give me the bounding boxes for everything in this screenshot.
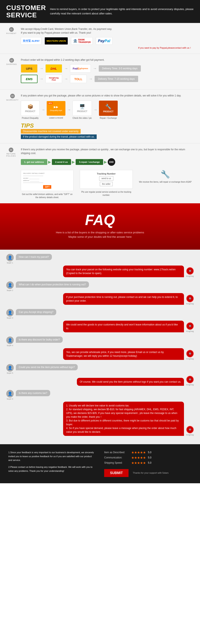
chat-item-2: 👤 buyer 2 What can I do when purchase pr…	[6, 282, 194, 305]
chat-section: 👤 buyer 1 How can I track my parcel? You…	[0, 250, 200, 444]
delivery-box2: Delivery Time: 7-15 working days	[95, 76, 138, 82]
feedback-section: 1.Since your feedback is very important …	[0, 444, 200, 483]
submit-button[interactable]: SUBMIT	[104, 469, 128, 477]
chat-item-5: 👤 buyer 5 Could you send me the item pic…	[6, 364, 194, 386]
section-number-return: 04 RETURNPOLICES	[6, 148, 16, 157]
chat-item-3: 👤 buyer 3 Can you Accept drop shipping? …	[6, 309, 194, 332]
warranty-step-4: 🔧 PRODUCT Repair / Exchange	[99, 100, 118, 119]
kingdiag-label-2: KingDiag	[186, 303, 194, 305]
header-section: CUSTOMER SERVICE Here to remind buyers, …	[0, 0, 200, 23]
return-step-1: 1. get our address	[21, 159, 47, 165]
return-step-end: END	[108, 158, 115, 166]
arrow-right3: →	[93, 66, 97, 71]
arrow-right2: →	[64, 66, 68, 71]
payment-text: We accept Alipay,Credit Card, Western Un…	[21, 27, 192, 35]
rating-row-3: Shipping Speed: ★★★★★ 5.0	[104, 461, 192, 465]
fedex-logo: FedExExpress	[70, 64, 91, 73]
western-union-logo: WESTERN UNION	[45, 37, 68, 45]
payment-logos: 支付宝 ALIPAY WESTERN UNION 🏦 BANKTRANSFER …	[21, 37, 192, 45]
kingdiag-avatar-1: ⚙️	[186, 267, 194, 275]
answer-3: We could send the goods to your customer…	[63, 321, 184, 332]
kingdiag-label-4: KingDiag	[186, 358, 194, 360]
buyer3-avatar: 👤	[6, 309, 14, 316]
gift-badge: GIFT	[43, 185, 51, 189]
buyer4-avatar: 👤	[6, 336, 14, 344]
tools-icon: 🔧	[139, 170, 192, 179]
rating-stars-1: ★★★★★	[131, 450, 146, 454]
return-section: 04 RETURNPOLICES If there's any problem …	[0, 144, 200, 203]
buyer5-avatar: 👤	[6, 364, 14, 372]
shipping-section: 02 SHIPPING Product order will be shippe…	[0, 54, 200, 90]
kingdiag-avatar-6: ⚙️	[186, 426, 194, 433]
arrow-right5: →	[64, 77, 68, 81]
toll-logo: TOLL	[70, 75, 87, 83]
tips-items: Disassemble machine not covered under wa…	[21, 129, 192, 139]
return-details: DELIVERY DETAILS SHEET ─────────────────…	[21, 170, 192, 199]
header-title: CUSTOMER SERVICE	[6, 4, 44, 19]
section-number-warranty: 03 WARRANTY	[6, 94, 18, 101]
section-number-shipping: 02 SHIPPING	[6, 58, 17, 65]
seller-box: the seller	[100, 182, 113, 186]
rating-label-3: Shipping Speed:	[104, 461, 129, 464]
payment-section: 01 PAYMENT We accept Alipay,Credit Card,…	[0, 23, 200, 54]
warranty-step-3: 🖥️ PRODUCT Check the video / pic	[73, 100, 92, 119]
rating-stars-2: ★★★★★	[131, 456, 146, 460]
buyer4-label: buyer 4	[7, 344, 13, 346]
question-3: Can you Accept drop shipping?	[16, 309, 56, 315]
kingdiag-avatar-2: ⚙️	[186, 295, 194, 302]
return-text: If there's any problem when you receive …	[21, 148, 192, 155]
paypal-logo: PayPal	[96, 37, 112, 45]
ups-logo: UPS	[21, 64, 37, 73]
tips-item-1: Disassemble machine not covered under wa…	[21, 129, 81, 134]
warranty-section: 03 WARRANTY If any problem when you got …	[0, 90, 200, 144]
return-col-2: Tracking Number send to us the seller Pl…	[80, 170, 132, 197]
delivery-box1: Delivery Time: 3-5 working days	[99, 65, 141, 72]
faq-subtitle-1: Here is a list of the buyers in the shop…	[4, 230, 196, 235]
warranty-steps: 📦 PRODUCT Product Disquality → MP4 ▶▶ Di…	[21, 100, 192, 119]
send-to-us-box: send to us	[99, 176, 113, 180]
return-col-1: DELIVERY DETAILS SHEET ─────────────────…	[21, 170, 74, 199]
kingdiag-avatar-3: ⚙️	[186, 322, 194, 330]
feedback-left: 1.Since your feedback is very important …	[8, 450, 96, 473]
answer-5: Of course, We could send you the item pi…	[77, 378, 184, 386]
header-description: Here to remind buyers, in order to prote…	[50, 7, 194, 16]
rating-label-2: Communication:	[104, 456, 129, 459]
feedback-text-1: 1.Since your feedback is very important …	[8, 450, 96, 462]
arrow-right1: →	[40, 66, 43, 71]
thanks-text: Thanks for your support with 5stars	[133, 471, 169, 475]
chat-item-4: 👤 buyer 4 Is there any discount for bulk…	[6, 336, 194, 360]
rating-stars-3: ★★★★★	[131, 461, 146, 465]
tips-item-2: If the product damaged during the transi…	[21, 134, 97, 139]
shipping-text: Product order will be shipped within 1-2…	[21, 58, 192, 62]
buyer6-avatar: 👤	[6, 390, 14, 398]
buyer3-label: buyer 3	[7, 317, 13, 319]
buyer2-label: buyer 2	[7, 289, 13, 292]
rating-row-2: Communication: ★★★★★ 5.0	[104, 456, 192, 460]
ems-logo: EMS	[21, 75, 37, 83]
return-col1-text: Get out the seller's/return address, and…	[21, 193, 74, 199]
kingdiag-label-5: KingDiag	[186, 384, 194, 386]
rating-label-1: Item as Described:	[104, 451, 129, 454]
bank-transfer-logo: 🏦 BANKTRANSFER	[71, 37, 93, 45]
kingdiag-label-6: KingDiag	[186, 434, 194, 436]
rating-num-1: 5.0	[148, 451, 151, 454]
question-4: Is there any discount for bulky order?	[16, 336, 63, 343]
rating-num-2: 5.0	[148, 456, 151, 459]
tips-title: TIPS	[21, 122, 34, 129]
rating-num-3: 5.0	[148, 461, 151, 464]
section-number-payment: 01 PAYMENT	[6, 27, 16, 34]
warranty-text: If any problem when you got the package,…	[21, 94, 192, 98]
feedback-right: Item as Described: ★★★★★ 5.0 Communicati…	[104, 450, 192, 477]
question-6: Is there any customs tax?	[16, 390, 50, 396]
buyer5-label: buyer 5	[7, 372, 13, 374]
tips-section: TIPS Disassemble machine not covered und…	[21, 122, 192, 139]
faq-title: FAQ	[4, 212, 196, 228]
kingdiag-label-3: KingDiag	[186, 330, 194, 332]
answer-2: If your purchase protection time is runn…	[63, 293, 184, 305]
alipay-logo: 支付宝 ALIPAY	[21, 37, 41, 45]
dhl-logo: DHL	[45, 64, 62, 73]
return-step-2: 2.send it us	[52, 159, 71, 165]
return-col2-text: Pls use regular postal service andsend u…	[80, 190, 132, 197]
step-arrow-1: →	[41, 108, 45, 112]
faq-section: FAQ Here is a list of the buyers in the …	[0, 203, 200, 250]
